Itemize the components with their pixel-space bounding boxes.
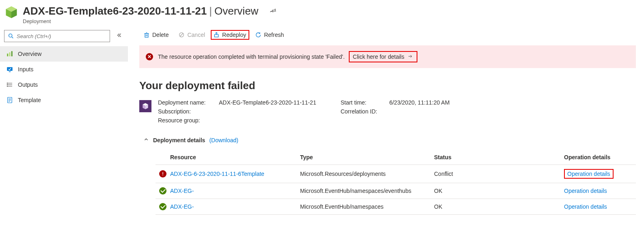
alert-message: The resource operation completed with te…: [158, 53, 345, 60]
svg-line-4: [12, 37, 13, 38]
download-link[interactable]: (Download): [209, 137, 238, 143]
th-type: Type: [300, 154, 434, 160]
svg-rect-6: [9, 52, 11, 56]
status-ok-icon: [159, 187, 166, 195]
resource-status: Conflict: [434, 171, 564, 177]
status-ok-icon: [159, 203, 166, 210]
operation-details-link[interactable]: Operation details: [567, 171, 610, 177]
th-status: Status: [434, 154, 564, 160]
refresh-icon: [255, 32, 261, 38]
sidebar-item-label: Template: [18, 97, 41, 103]
sidebar-item-overview[interactable]: Overview: [0, 46, 128, 62]
outputs-icon: [6, 81, 14, 89]
title-separator: |: [209, 5, 212, 17]
pin-icon[interactable]: [270, 7, 277, 15]
svg-point-13: [7, 83, 8, 84]
svg-point-3: [9, 34, 12, 37]
resource-status: OK: [434, 188, 564, 194]
svg-rect-5: [7, 53, 8, 56]
arrow-right-icon: [407, 53, 413, 60]
table-row: ADX-EG- Microsoft.EventHub/namespaces OK…: [156, 199, 636, 215]
svg-rect-20: [145, 34, 148, 37]
resource-link[interactable]: ADX-EG-: [170, 188, 194, 194]
svg-rect-9: [9, 71, 11, 72]
table-row: ADX-EG- Microsoft.EventHub/namespaces/ev…: [156, 183, 636, 199]
sidebar-item-template[interactable]: Template: [0, 92, 128, 108]
refresh-button[interactable]: Refresh: [251, 29, 288, 41]
svg-rect-27: [214, 34, 218, 37]
sidebar-item-outputs[interactable]: Outputs: [0, 77, 128, 92]
redeploy-button[interactable]: Redeploy: [211, 30, 249, 40]
start-time-value: 6/23/2020, 11:11:20 AM: [389, 99, 450, 106]
overview-icon: [6, 50, 14, 58]
search-input-wrapper[interactable]: [4, 30, 110, 42]
delete-button[interactable]: Delete: [139, 29, 173, 41]
page-title: ADX-EG-Template6-23-2020-11-11-21: [23, 5, 207, 17]
svg-rect-8: [7, 67, 13, 71]
sidebar-item-inputs[interactable]: Inputs: [0, 62, 128, 77]
deployment-name-value: ADX-EG-Template6-23-2020-11-11-21: [219, 99, 316, 106]
alert-details-link[interactable]: Click here for details: [353, 53, 404, 60]
search-icon: [8, 33, 14, 39]
resource-link[interactable]: ADX-EG-: [170, 203, 194, 210]
inputs-icon: [6, 65, 14, 73]
error-alert: ✕ The resource operation completed with …: [139, 45, 636, 68]
sidebar-item-label: Overview: [18, 51, 41, 57]
template-icon: [6, 96, 14, 104]
page-section: Overview: [214, 5, 258, 17]
resource-link[interactable]: ADX-EG-6-23-2020-11-11-6Template: [170, 171, 264, 177]
table-row: ! ADX-EG-6-23-2020-11-11-6Template Micro…: [156, 165, 636, 183]
page-subtitle: Deployment: [23, 18, 277, 24]
th-resource: Resource: [170, 154, 300, 160]
operation-details-link[interactable]: Operation details: [564, 188, 607, 194]
collapse-sidebar-icon[interactable]: [114, 30, 124, 42]
svg-rect-7: [11, 51, 13, 56]
svg-point-15: [7, 86, 8, 87]
button-label: Cancel: [187, 32, 205, 38]
resource-group-label: Resource group:: [158, 117, 215, 124]
resource-type: Microsoft.EventHub/namespaces: [300, 203, 434, 210]
deployment-icon: [139, 100, 151, 112]
start-time-label: Start time:: [341, 99, 385, 106]
cancel-button: Cancel: [174, 29, 209, 41]
redeploy-icon: [213, 32, 220, 38]
correlation-id-label: Correlation ID:: [341, 108, 385, 115]
sidebar-item-label: Outputs: [18, 81, 38, 88]
error-icon: ✕: [146, 53, 153, 60]
search-input[interactable]: [17, 33, 106, 39]
chevron-up-icon[interactable]: [143, 137, 149, 143]
resource-type: Microsoft.EventHub/namespaces/eventhubs: [300, 188, 434, 194]
deployment-name-label: Deployment name:: [158, 99, 215, 106]
svg-line-26: [180, 33, 183, 36]
cancel-icon: [178, 32, 185, 38]
table-header-row: Resource Type Status Operation details: [156, 150, 636, 165]
resource-type: Microsoft.Resources/deployments: [300, 171, 434, 177]
subscription-label: Subscription:: [158, 108, 215, 115]
button-label: Delete: [152, 32, 169, 38]
sidebar-item-label: Inputs: [18, 66, 33, 73]
operation-details-link[interactable]: Operation details: [564, 203, 607, 210]
deployment-details-title: Deployment details: [153, 137, 205, 143]
th-operation-details: Operation details: [564, 154, 629, 160]
status-error-icon: !: [159, 170, 166, 177]
delete-icon: [143, 32, 150, 38]
resource-status: OK: [434, 203, 564, 210]
button-label: Redeploy: [222, 32, 246, 38]
svg-point-14: [7, 84, 8, 85]
button-label: Refresh: [264, 32, 284, 38]
deployment-status-heading: Your deployment failed: [139, 79, 636, 92]
resource-cube-icon: [4, 5, 19, 19]
